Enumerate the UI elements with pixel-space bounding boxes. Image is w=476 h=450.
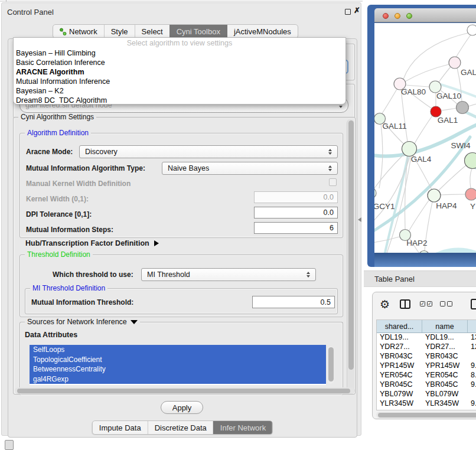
aracne-mode-value: Discovery — [85, 148, 118, 156]
tab-label: Network — [69, 27, 97, 36]
table-row[interactable]: YDR27...YDR27...12 — [377, 343, 476, 352]
network-node-gal10[interactable] — [429, 81, 441, 93]
dpi-tolerance-field[interactable]: 0.0 — [254, 207, 338, 219]
dropdown-item[interactable]: Dream8 DC_TDC Algorithm — [14, 96, 345, 105]
algorithm-dropdown-prompt: Select algorithm to view settings — [14, 39, 345, 48]
restore-panel-icon[interactable] — [5, 440, 14, 450]
close-panel-icon[interactable]: ✗ — [354, 6, 360, 15]
mi-steps-field[interactable]: 6 — [254, 222, 338, 234]
table-row[interactable]: YIL052CYIL052C9. — [377, 409, 476, 410]
panel-splitter-handle[interactable] — [358, 217, 361, 222]
attribute-list-item[interactable]: SelfLoops — [30, 345, 326, 355]
network-graph[interactable]: GALGAL80GAL10GAL1GAL11GAL4SWI4GCY1HAP4YH… — [374, 23, 476, 253]
network-edge-thick — [465, 112, 476, 121]
cyni-algorithm-settings-group: Cyni Algorithm Settings Algorithm Defini… — [13, 117, 356, 394]
network-node-gal4[interactable] — [402, 142, 417, 156]
minimize-window-icon[interactable] — [395, 13, 400, 19]
table-horizontal-scrollbar[interactable] — [376, 412, 476, 418]
which-threshold-label: Which threshold to use: — [53, 270, 133, 279]
dropdown-item[interactable]: Basic Correlation Inference — [14, 58, 345, 67]
expand-right-icon — [154, 240, 159, 246]
tab-infer-network[interactable]: Infer Network — [213, 421, 272, 434]
settings-horizontal-scrollbar[interactable] — [15, 387, 355, 394]
attribute-list-item[interactable]: gal4RGexp — [30, 374, 326, 384]
network-node-pink1[interactable] — [449, 57, 461, 69]
app-top-divider — [6, 0, 6, 2]
attribute-list-item[interactable]: TopologicalCoefficient — [30, 355, 326, 365]
split-column-icon[interactable] — [400, 299, 410, 309]
mi-threshold-field[interactable]: 0.5 — [252, 296, 335, 308]
network-node-salmon1[interactable] — [465, 188, 476, 200]
tab-impute-data[interactable]: Impute Data — [93, 421, 148, 434]
mi-threshold-label: Mutual Information Threshold: — [31, 298, 133, 306]
tab-discretize-data[interactable]: Discretize Data — [148, 421, 213, 434]
settings-vertical-scrollbar[interactable] — [347, 119, 354, 392]
network-window-titlebar[interactable] — [374, 8, 476, 22]
which-threshold-value: MI Threshold — [147, 270, 190, 279]
table-row[interactable]: YBL079WYBL079W — [377, 390, 476, 399]
manual-kernel-checkbox[interactable] — [329, 178, 337, 186]
table-cell: YER054C — [377, 371, 422, 380]
table-row[interactable]: YBR043CYBR043C — [377, 352, 476, 361]
table-cell: YBR043C — [422, 352, 468, 361]
network-edge — [441, 108, 457, 110]
table-row[interactable]: YLR345WYLR345W9. — [377, 399, 476, 409]
network-node-green1[interactable] — [465, 153, 476, 169]
table-cell: YBR045C — [422, 380, 468, 390]
apply-button[interactable]: Apply — [161, 401, 203, 414]
which-threshold-combo[interactable]: MI Threshold — [141, 268, 316, 281]
attribute-list-item[interactable]: BetweennessCentrality — [30, 364, 326, 374]
zoom-window-icon[interactable] — [406, 13, 412, 19]
table-row[interactable]: YPR145WYPR145W9. — [377, 361, 476, 371]
settings-hscroll-thumb[interactable] — [17, 389, 350, 393]
table-row[interactable]: YDL19...YDL19...13 — [377, 333, 476, 343]
sources-group-title[interactable]: Sources for Network Inference — [25, 318, 140, 326]
gear-icon[interactable]: ⚙ — [380, 298, 390, 311]
network-canvas[interactable]: GALGAL80GAL10GAL1GAL11GAL4SWI4GCY1HAP4YH… — [374, 23, 476, 253]
table-panel-title: Table Panel — [374, 275, 415, 283]
dropdown-item[interactable]: Bayesian – Hill Climbing — [14, 48, 345, 58]
aracne-mode-combo[interactable]: Discovery — [79, 145, 338, 158]
dpi-tolerance-label: DPI Tolerance [0,1]: — [26, 210, 92, 219]
column-header[interactable] — [468, 320, 476, 332]
network-icon — [60, 28, 67, 35]
float-panel-icon[interactable] — [345, 9, 351, 15]
table-row[interactable]: YBR045CYBR045C9. — [377, 380, 476, 390]
attr-list-scrollbar[interactable] — [327, 346, 334, 384]
tab-jactivemnodules[interactable]: jActiveMNodules — [227, 25, 298, 38]
collapse-down-icon — [131, 320, 138, 324]
network-node-gray1[interactable] — [457, 102, 469, 114]
tab-network[interactable]: Network — [53, 25, 104, 38]
tab-cyni-toolbox[interactable]: Cyni Toolbox — [169, 25, 227, 38]
unchecked-pair-icon[interactable] — [440, 301, 452, 306]
network-node-gcy1[interactable] — [374, 188, 376, 198]
mi-type-combo[interactable]: Naive Bayes — [162, 162, 338, 175]
attr-list-scroll-thumb[interactable] — [328, 347, 334, 381]
network-node-hap4[interactable] — [428, 189, 441, 202]
dropdown-item[interactable]: Bayesian – K2 — [14, 86, 345, 96]
table-row[interactable]: YER054CYER054C8. — [377, 371, 476, 380]
dropdown-item[interactable]: Mutual Information Inference — [14, 77, 345, 86]
network-view-window[interactable]: GALGAL80GAL10GAL1GAL11GAL4SWI4GCY1HAP4YH… — [367, 5, 476, 267]
mi-threshold-group: MI Threshold Definition Mutual Informati… — [25, 288, 338, 314]
tab-content-panel: galFiltered.sif default node Select algo… — [8, 38, 357, 438]
table-cell: YBR043C — [377, 352, 422, 361]
control-panel: Control Panel ✗ NetworkStyleSelectCyni T… — [1, 2, 361, 436]
tab-select[interactable]: Select — [135, 25, 169, 38]
network-node-top[interactable] — [467, 25, 476, 35]
table-hscroll-thumb[interactable] — [378, 413, 476, 418]
tab-style[interactable]: Style — [104, 25, 135, 38]
kernel-width-field[interactable]: 0.0 — [254, 191, 338, 203]
checked-pair-icon[interactable]: ✓✓ — [420, 301, 432, 306]
close-window-icon[interactable] — [383, 13, 389, 19]
column-header[interactable]: shared... — [377, 320, 422, 332]
node-label: GAL10 — [436, 92, 461, 100]
table-cell: YLR345W — [422, 399, 468, 409]
column-header[interactable]: name — [422, 320, 468, 332]
hub-tf-definition-toggle[interactable]: Hub/Transcription Factor Definition — [25, 239, 159, 247]
table-panel-titlebar: Table Panel — [364, 270, 476, 287]
dropdown-item[interactable]: ARACNE Algorithm — [14, 67, 345, 77]
kernel-width-label: Kernel Width (0,1): — [26, 195, 89, 203]
settings-vscroll-thumb[interactable] — [348, 120, 354, 370]
partial-toolbar-icon[interactable] — [471, 299, 476, 309]
